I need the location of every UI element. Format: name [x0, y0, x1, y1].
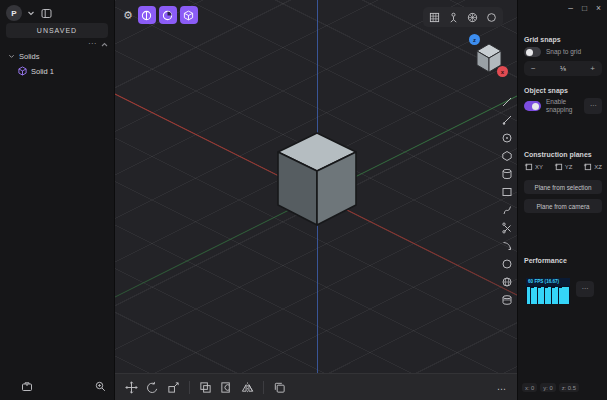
sphere-tool[interactable]: [499, 274, 515, 289]
center-circle-tool[interactable]: [499, 130, 515, 145]
unsaved-status-button[interactable]: UNSAVED: [6, 23, 108, 38]
performance-more-button[interactable]: ⋯: [576, 281, 594, 297]
extrude-tool[interactable]: [499, 292, 515, 307]
tree-collapse-button[interactable]: [101, 42, 108, 47]
construction-planes-heading: Construction planes: [524, 151, 592, 158]
view-gizmo[interactable]: z x: [471, 38, 507, 74]
rectangle-icon: [501, 186, 513, 198]
fillet-icon: [501, 240, 513, 252]
grid-display-button[interactable]: [426, 9, 443, 25]
tree-item-solid-1[interactable]: Solid 1: [18, 66, 54, 76]
coord-x-chip: x: 0: [522, 383, 537, 392]
view-options-group: [423, 7, 503, 27]
rotate-tool[interactable]: [144, 379, 161, 396]
viewport-canvas[interactable]: ⚙: [115, 0, 517, 400]
tree-item-label: Solid 1: [31, 67, 54, 76]
tree-more-button[interactable]: ⋯: [88, 41, 96, 47]
perspective-button[interactable]: [483, 9, 500, 25]
boolean-union-tool[interactable]: [197, 379, 214, 396]
plane-from-selection-button[interactable]: Plane from selection: [524, 180, 602, 194]
polyline-tool[interactable]: [499, 112, 515, 127]
toolbar-divider: [189, 381, 190, 394]
window-controls: – □ ×: [568, 3, 601, 13]
trim-tool[interactable]: [499, 220, 515, 235]
plane-icon: [524, 162, 533, 171]
tree-group-label: Solids: [19, 52, 39, 61]
gear-icon: ⚙: [123, 9, 133, 21]
boolean-subtract-tool[interactable]: [218, 379, 235, 396]
snap-to-grid-toggle[interactable]: [524, 47, 541, 57]
plane-buttons-row: XY YZ XZ: [524, 162, 602, 171]
stack-icon: [501, 294, 513, 306]
zoom-tree-button[interactable]: [94, 380, 107, 393]
tree-group-solids[interactable]: Solids: [8, 52, 39, 61]
plane-xy-button[interactable]: XY: [524, 162, 543, 171]
subtract-icon: [220, 381, 233, 394]
plane-yz-label: YZ: [565, 164, 573, 170]
maximize-button[interactable]: □: [582, 3, 587, 13]
polygon-tool[interactable]: [499, 148, 515, 163]
fillet-tool[interactable]: [499, 238, 515, 253]
viewport-settings-button[interactable]: ⚙: [121, 7, 135, 24]
move-tool[interactable]: [123, 379, 140, 396]
mirror-icon: [241, 381, 254, 394]
show-solids-toggle[interactable]: [138, 6, 156, 24]
rectangle-tool[interactable]: [499, 184, 515, 199]
save-file-button[interactable]: [20, 380, 34, 394]
enable-snapping-label: Enable snapping: [546, 98, 579, 115]
chevron-down-icon: [27, 9, 35, 17]
object-snaps-heading: Object snaps: [524, 87, 568, 94]
gizmo-z-badge[interactable]: z: [469, 34, 480, 45]
scale-tool[interactable]: [165, 379, 182, 396]
plane-icon: [583, 162, 592, 171]
magnifier-plus-icon: [95, 381, 106, 392]
minimize-button[interactable]: –: [568, 3, 573, 13]
y-axis-line: [115, 12, 517, 380]
render-mode-button[interactable]: [464, 9, 481, 25]
coordinate-chips: x: 0 y: 0 z: 0.5: [522, 383, 579, 392]
show-surfaces-toggle[interactable]: [159, 6, 177, 24]
grid-size-stepper: − ⅛ +: [524, 61, 602, 76]
scissors-icon: [501, 222, 513, 234]
plane-yz-button[interactable]: YZ: [554, 162, 573, 171]
plane-xz-button[interactable]: XZ: [583, 162, 602, 171]
fps-label: 60 FPS (16.67): [526, 278, 570, 286]
performance-heading: Performance: [524, 257, 567, 264]
duplicate-tool[interactable]: [271, 379, 288, 396]
circle-outline-icon: [501, 258, 513, 270]
gizmo-x-badge[interactable]: x: [497, 66, 508, 77]
plane-icon: [554, 162, 563, 171]
object-snaps-more-button[interactable]: ⋯: [584, 98, 602, 114]
mirror-tool[interactable]: [239, 379, 256, 396]
spline-tool[interactable]: [499, 202, 515, 217]
camera-pose-button[interactable]: [445, 9, 462, 25]
solid-cube-icon: [18, 66, 27, 76]
fps-bars: [526, 286, 570, 304]
avatar-menu-button[interactable]: [26, 8, 36, 18]
coord-z-chip: z: 0.5: [559, 383, 579, 392]
cube-icon: [141, 10, 152, 21]
cylinder-tool[interactable]: [499, 166, 515, 181]
stepper-decrement-button[interactable]: −: [531, 64, 536, 73]
transform-toolbar: ⋯: [115, 373, 517, 400]
close-button[interactable]: ×: [596, 3, 601, 13]
toolbar-more-button[interactable]: ⋯: [497, 384, 507, 394]
circle-tool[interactable]: [499, 256, 515, 271]
toolbar-divider: [263, 381, 264, 394]
right-panel: – □ × Grid snaps Snap to grid − ⅛ + Obje…: [517, 0, 607, 400]
app-window: P UNSAVED ⋯ Solids: [0, 0, 607, 400]
left-panel: P UNSAVED ⋯ Solids: [0, 0, 115, 400]
show-wireframe-toggle[interactable]: [180, 6, 198, 24]
line-tool[interactable]: [499, 94, 515, 109]
wheel-icon: [467, 12, 478, 23]
sidebar-toggle-button[interactable]: [40, 7, 53, 20]
polygon-icon: [501, 150, 513, 162]
enable-snapping-toggle[interactable]: [524, 101, 541, 111]
plane-from-camera-button[interactable]: Plane from camera: [524, 199, 602, 213]
plane-xy-label: XY: [535, 164, 543, 170]
stepper-increment-button[interactable]: +: [590, 64, 595, 73]
copy-icon: [273, 381, 286, 394]
scene-cube: [115, 0, 517, 400]
user-avatar[interactable]: P: [6, 5, 22, 21]
left-panel-footer: [0, 374, 115, 400]
